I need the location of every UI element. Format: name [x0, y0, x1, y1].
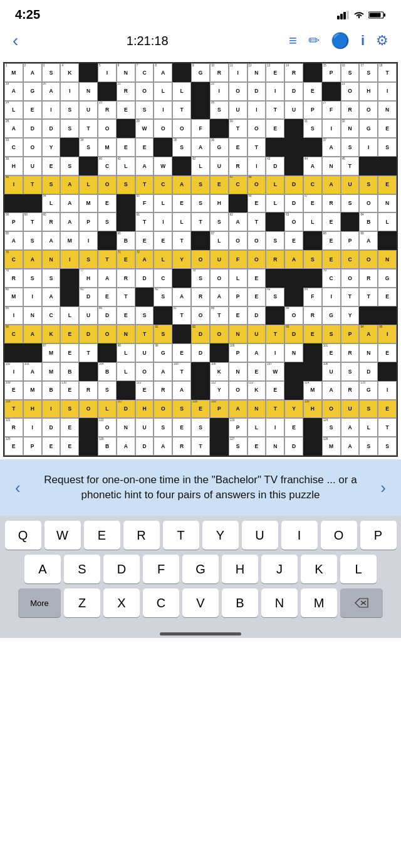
cell-17-3[interactable]: 110E — [60, 381, 79, 400]
cell-4-5[interactable]: M — [98, 138, 117, 157]
cell-14-6[interactable]: N — [117, 325, 135, 343]
help-icon[interactable]: 🔵 — [331, 32, 350, 50]
cell-0-1[interactable]: 2A — [23, 63, 42, 82]
cell-6-17[interactable]: A — [322, 175, 341, 194]
cell-3-17[interactable]: I — [322, 119, 341, 138]
key-f[interactable]: F — [143, 555, 179, 583]
key-u[interactable]: U — [242, 521, 278, 550]
cell-11-6[interactable]: R — [117, 269, 135, 288]
cell-12-1[interactable]: I — [23, 288, 42, 306]
cell-3-0[interactable]: 28A — [4, 119, 23, 138]
cell-11-7[interactable]: D — [135, 269, 154, 288]
cell-3-16[interactable]: 31S — [303, 119, 322, 138]
cell-6-5[interactable]: O — [98, 175, 117, 194]
cell-18-2[interactable]: I — [42, 400, 61, 419]
cell-16-17[interactable]: 108U — [322, 362, 341, 381]
key-n[interactable]: N — [261, 588, 298, 617]
cell-2-14[interactable]: T — [266, 101, 284, 120]
cell-1-15[interactable]: D — [284, 82, 303, 101]
cell-19-3[interactable]: E — [60, 418, 79, 437]
cell-8-10[interactable]: T — [191, 212, 210, 231]
cell-15-7[interactable]: U — [135, 343, 154, 362]
cell-14-0[interactable]: 90C — [4, 325, 23, 343]
cell-5-1[interactable]: U — [23, 157, 42, 175]
cell-7-13[interactable]: 56E — [247, 194, 266, 213]
key-m[interactable]: M — [301, 588, 337, 617]
cell-3-7[interactable]: 29W — [135, 119, 154, 138]
key-g[interactable]: G — [182, 555, 219, 583]
cell-15-14[interactable]: I — [266, 343, 284, 362]
cell-2-19[interactable]: O — [359, 101, 378, 120]
cell-15-19[interactable]: N — [359, 343, 378, 362]
cell-16-8[interactable]: A — [154, 362, 172, 381]
cell-2-12[interactable]: U — [229, 101, 247, 120]
cell-18-8[interactable]: O — [154, 400, 172, 419]
key-y[interactable]: Y — [202, 521, 239, 550]
cell-4-7[interactable]: E — [135, 138, 154, 157]
cell-18-13[interactable]: N — [247, 400, 266, 419]
cell-3-12[interactable]: 30T — [229, 119, 247, 138]
cell-8-0[interactable]: 58P — [4, 212, 23, 231]
cell-9-17[interactable]: 68E — [322, 231, 341, 250]
cell-9-12[interactable]: O — [229, 231, 247, 250]
cell-20-5[interactable]: 126B — [98, 437, 117, 456]
cell-9-0[interactable]: 65A — [4, 231, 23, 250]
cell-18-18[interactable]: U — [341, 400, 360, 419]
cell-6-12[interactable]: 47C — [229, 175, 247, 194]
cell-2-3[interactable]: S — [60, 101, 79, 120]
cell-1-9[interactable]: L — [172, 82, 191, 101]
cell-0-20[interactable]: 18T — [378, 63, 397, 82]
cell-19-18[interactable]: A — [341, 418, 360, 437]
cell-20-3[interactable]: E — [60, 437, 79, 456]
cell-16-5[interactable]: 104B — [98, 362, 117, 381]
pencil-icon[interactable]: ✏ — [308, 33, 320, 49]
cell-5-3[interactable]: S — [60, 157, 79, 175]
cell-5-11[interactable]: U — [210, 157, 229, 175]
cell-10-0[interactable]: 70C — [4, 250, 23, 269]
key-j[interactable]: J — [261, 555, 298, 583]
cell-10-20[interactable]: N — [378, 250, 397, 269]
cell-7-15[interactable]: D — [284, 194, 303, 213]
cell-5-7[interactable]: A — [135, 157, 154, 175]
cell-12-20[interactable]: E — [378, 288, 397, 306]
cell-17-0[interactable]: 109E — [4, 381, 23, 400]
cell-14-11[interactable]: O — [210, 325, 229, 343]
cell-20-18[interactable]: A — [341, 437, 360, 456]
cell-12-14[interactable]: 83S — [266, 288, 284, 306]
cell-13-2[interactable]: C — [42, 306, 61, 325]
cell-6-9[interactable]: A — [172, 175, 191, 194]
cell-5-10[interactable]: 42L — [191, 157, 210, 175]
cell-14-7[interactable]: T — [135, 325, 154, 343]
cell-10-3[interactable]: I — [60, 250, 79, 269]
cell-17-4[interactable]: R — [79, 381, 98, 400]
key-q[interactable]: Q — [5, 521, 41, 550]
cell-13-11[interactable]: 88T — [210, 306, 229, 325]
key-e[interactable]: E — [84, 521, 120, 550]
cell-16-2[interactable]: M — [42, 362, 61, 381]
cell-1-2[interactable]: 20A — [42, 82, 61, 101]
cell-20-8[interactable]: A — [154, 437, 172, 456]
cell-6-7[interactable]: T — [135, 175, 154, 194]
cell-19-13[interactable]: L — [247, 418, 266, 437]
cell-7-3[interactable]: A — [60, 194, 79, 213]
cell-12-6[interactable]: T — [117, 288, 135, 306]
cell-16-18[interactable]: S — [341, 362, 360, 381]
cell-7-5[interactable]: E — [98, 194, 117, 213]
cell-13-16[interactable]: R — [303, 306, 322, 325]
cell-13-12[interactable]: E — [229, 306, 247, 325]
cell-14-18[interactable]: P — [341, 325, 360, 343]
cell-2-0[interactable]: 24L — [4, 101, 23, 120]
cell-20-9[interactable]: R — [172, 437, 191, 456]
cell-8-11[interactable]: S — [210, 212, 229, 231]
cell-6-18[interactable]: U — [341, 175, 360, 194]
cell-10-15[interactable]: A — [284, 250, 303, 269]
cell-3-10[interactable]: F — [191, 119, 210, 138]
cell-19-15[interactable]: E — [284, 418, 303, 437]
key-l[interactable]: L — [340, 555, 377, 583]
cell-7-20[interactable]: N — [378, 194, 397, 213]
cell-6-6[interactable]: S — [117, 175, 135, 194]
cell-4-10[interactable]: A — [191, 138, 210, 157]
cell-12-10[interactable]: R — [191, 288, 210, 306]
cell-8-20[interactable]: L — [378, 212, 397, 231]
cell-6-3[interactable]: A — [60, 175, 79, 194]
